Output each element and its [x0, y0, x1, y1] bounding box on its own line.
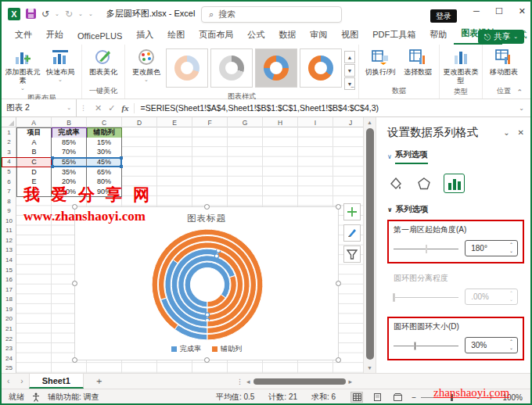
row-header-22[interactable]: 22	[2, 334, 16, 344]
column-header-J[interactable]: J	[333, 117, 363, 127]
hole-size-spinner[interactable]: 30% ⌃⌄	[465, 337, 518, 353]
formula-input[interactable]: =SERIES(Sheet1!$A$4,Sheet1!$B$1:$C$1,She…	[135, 103, 519, 113]
ribbon-tab-页面布局[interactable]: 页面布局	[192, 27, 240, 45]
switch-row-column-button[interactable]: 切换行/列	[362, 46, 398, 77]
ribbon-tab-审阅[interactable]: 审阅	[303, 27, 334, 45]
table-cell[interactable]: 85%	[52, 138, 87, 149]
gallery-more-icon[interactable]: ▼̲	[344, 77, 355, 90]
select-data-button[interactable]: 选择数据	[400, 46, 436, 77]
minimize-button[interactable]: ─	[473, 6, 480, 16]
row-header-25[interactable]: 25	[2, 363, 16, 373]
legend-item-辅助列[interactable]: 辅助列	[212, 344, 242, 354]
row-header-24[interactable]: 24	[2, 353, 16, 364]
row-header-9[interactable]: 9	[2, 206, 16, 216]
table-cell[interactable]: 55%	[52, 157, 87, 168]
expand-formula-bar-icon[interactable]: ⌄	[519, 105, 530, 112]
name-box[interactable]: 图表 2 ⌄	[2, 99, 77, 116]
pane-close-icon[interactable]: ✕	[518, 128, 524, 137]
row-header-1[interactable]: 1	[2, 127, 16, 138]
undo-icon[interactable]: ↺	[41, 9, 49, 20]
chart-style-thumbnail-4[interactable]	[300, 48, 342, 88]
angle-spinner[interactable]: 180° ⌃⌄	[465, 240, 518, 256]
row-header-11[interactable]: 11	[2, 226, 16, 236]
column-header-C[interactable]: C	[87, 117, 122, 127]
chart-resize-handle[interactable]	[204, 357, 210, 363]
formula-bar-handle[interactable]: ⋮	[77, 104, 90, 112]
table-header-cell[interactable]: 项目	[16, 127, 52, 138]
chart-resize-handle[interactable]	[336, 357, 341, 363]
chart-legend[interactable]: 完成率辅助列	[75, 344, 338, 354]
new-sheet-button[interactable]: ＋	[84, 375, 115, 388]
scrollbar-splitter[interactable]: ⋮	[236, 378, 243, 385]
zoom-out-icon[interactable]: −	[412, 393, 416, 402]
change-colors-button[interactable]: 更改颜色⌄	[128, 46, 164, 83]
chart-style-thumbnail-3-selected[interactable]	[255, 48, 297, 88]
vertical-scroll-thumb[interactable]	[366, 128, 374, 360]
sign-in-button[interactable]: 登录	[430, 9, 457, 23]
row-header-6[interactable]: 6	[2, 177, 16, 187]
scroll-left-icon[interactable]: ◂	[246, 378, 250, 385]
enter-icon[interactable]: ✓	[108, 103, 115, 113]
row-header-5[interactable]: 5	[2, 167, 16, 177]
search-input[interactable]: ⌕ 搜索	[201, 6, 342, 23]
series-options-section-header[interactable]: ∨ 系列选项	[387, 204, 524, 215]
column-header-F[interactable]: F	[192, 117, 228, 127]
row-header-18[interactable]: 18	[2, 295, 16, 305]
qat-customize-icon[interactable]: ⌄	[88, 11, 93, 17]
row-header-23[interactable]: 23	[2, 343, 16, 353]
series-selection-handle[interactable]	[205, 313, 209, 317]
chart-resize-handle[interactable]	[336, 204, 341, 210]
chart-resize-handle[interactable]	[204, 204, 210, 210]
stepper-icons[interactable]: ⌃⌄	[505, 241, 517, 256]
row-header-10[interactable]: 10	[2, 216, 16, 226]
row-header-15[interactable]: 15	[2, 265, 16, 275]
row-header-3[interactable]: 3	[2, 147, 16, 157]
chart-resize-handle[interactable]	[72, 357, 77, 363]
collapse-ribbon-icon[interactable]: ⌃	[516, 88, 523, 96]
table-cell[interactable]: A	[16, 138, 52, 149]
table-cell[interactable]: 45%	[87, 157, 122, 168]
row-header-21[interactable]: 21	[2, 324, 16, 334]
table-cell[interactable]: 70%	[52, 147, 87, 158]
save-icon[interactable]	[26, 9, 36, 19]
chart-style-thumbnail-2[interactable]	[210, 48, 253, 88]
page-layout-view-button[interactable]	[371, 392, 383, 403]
close-button[interactable]: ✕	[519, 6, 526, 16]
row-header-17[interactable]: 17	[2, 285, 16, 295]
column-header-H[interactable]: H	[263, 117, 298, 127]
row-header-8[interactable]: 8	[2, 196, 16, 206]
scroll-right-icon[interactable]: ▸	[349, 378, 353, 385]
table-cell[interactable]: D	[16, 167, 52, 177]
row-header-4[interactable]: 4	[2, 157, 16, 167]
chart-resize-handle[interactable]	[72, 281, 77, 286]
ribbon-tab-插入[interactable]: 插入	[129, 27, 160, 45]
chart-filters-button[interactable]	[343, 246, 361, 263]
ribbon-tab-数据[interactable]: 数据	[271, 27, 303, 45]
row-header-13[interactable]: 13	[2, 246, 16, 256]
column-header-A[interactable]: A	[16, 117, 52, 127]
hole-size-slider[interactable]	[394, 341, 458, 350]
table-cell[interactable]: 15%	[87, 138, 122, 149]
share-button[interactable]: ⎋ 共享 ⌄	[478, 30, 524, 44]
sheet-prev-icon[interactable]: ‹	[2, 377, 15, 385]
table-cell[interactable]: 65%	[87, 167, 122, 177]
column-header-E[interactable]: E	[157, 117, 192, 127]
select-all-corner[interactable]	[2, 117, 16, 127]
table-header-cell[interactable]: 辅助列	[87, 127, 122, 138]
sheet-next-icon[interactable]: ›	[15, 377, 28, 385]
series-options-icon-selected[interactable]	[444, 174, 465, 193]
chart-elements-button[interactable]	[343, 203, 361, 220]
row-header-14[interactable]: 14	[2, 255, 16, 265]
column-header-I[interactable]: I	[298, 117, 333, 127]
ribbon-tab-PDF工具箱[interactable]: PDF工具箱	[365, 27, 422, 45]
horizontal-scroll-thumb[interactable]	[253, 378, 346, 385]
chart-style-thumbnail-1[interactable]	[166, 48, 208, 88]
fill-line-icon[interactable]	[387, 175, 404, 192]
table-cell[interactable]: 35%	[52, 167, 87, 177]
page-break-view-button[interactable]	[391, 392, 404, 403]
ribbon-tab-文件[interactable]: 文件	[8, 27, 39, 45]
chart-styles-button[interactable]	[343, 224, 361, 242]
column-header-B[interactable]: B	[52, 117, 87, 127]
normal-view-button[interactable]	[350, 392, 363, 403]
stepper-icons[interactable]: ⌃⌄	[505, 338, 517, 353]
